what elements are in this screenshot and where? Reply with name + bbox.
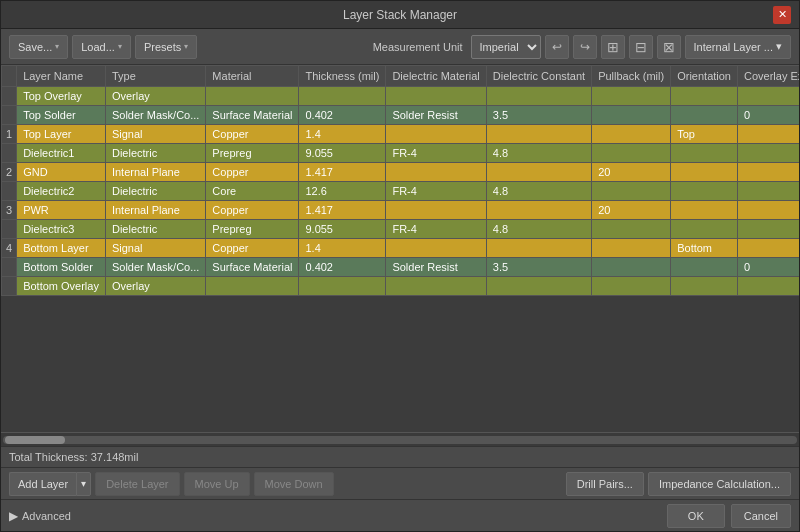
cell-diel_constant: 4.8 [486, 182, 591, 201]
load-button[interactable]: Load... ▾ [72, 35, 131, 59]
cell-thickness: 0.402 [299, 258, 386, 277]
cell-pullback [592, 125, 671, 144]
unit-select[interactable]: Imperial Metric [471, 35, 541, 59]
col-name-header: Layer Name [17, 66, 106, 87]
table-row[interactable]: 1Top LayerSignalCopper1.4Top [2, 125, 800, 144]
cell-diel_constant [486, 87, 591, 106]
dialog-title: Layer Stack Manager [27, 8, 773, 22]
cell-diel_material: FR-4 [386, 182, 486, 201]
cell-coverlay [737, 125, 799, 144]
cell-coverlay [737, 87, 799, 106]
save-button[interactable]: Save... ▾ [9, 35, 68, 59]
cell-material: Copper [206, 163, 299, 182]
row-num [2, 144, 17, 163]
cell-diel_material: Solder Resist [386, 106, 486, 125]
row-num [2, 182, 17, 201]
row-num: 3 [2, 201, 17, 220]
add-layer-button[interactable]: Add Layer [9, 472, 76, 496]
cell-diel_material: Solder Resist [386, 258, 486, 277]
col-diel-material-header: Dielectric Material [386, 66, 486, 87]
cancel-button[interactable]: Cancel [731, 504, 791, 528]
undo-button[interactable]: ↩ [545, 35, 569, 59]
grid1-button[interactable]: ⊞ [601, 35, 625, 59]
cell-thickness: 9.055 [299, 220, 386, 239]
cell-type: Dielectric [105, 220, 205, 239]
cell-type: Solder Mask/Co... [105, 106, 205, 125]
table-row[interactable]: Dielectric2DielectricCore12.6FR-44.8 [2, 182, 800, 201]
move-down-button[interactable]: Move Down [254, 472, 334, 496]
cell-orientation [671, 220, 738, 239]
bottom-toolbar: Add Layer ▾ Delete Layer Move Up Move Do… [1, 467, 799, 499]
table-row[interactable]: Bottom SolderSolder Mask/Co...Surface Ma… [2, 258, 800, 277]
cell-name: Bottom Overlay [17, 277, 106, 296]
cell-material: Core [206, 182, 299, 201]
cell-type: Solder Mask/Co... [105, 258, 205, 277]
grid2-button[interactable]: ⊟ [629, 35, 653, 59]
col-type-header: Type [105, 66, 205, 87]
cell-orientation: Bottom [671, 239, 738, 258]
cell-pullback [592, 182, 671, 201]
move-up-button[interactable]: Move Up [184, 472, 250, 496]
add-layer-dropdown-icon: ▾ [81, 478, 86, 489]
presets-button[interactable]: Presets ▾ [135, 35, 197, 59]
presets-arrow-icon: ▾ [184, 42, 188, 51]
save-arrow-icon: ▾ [55, 42, 59, 51]
add-layer-label: Add Layer [18, 478, 68, 490]
grid3-button[interactable]: ⊠ [657, 35, 681, 59]
internal-layer-arrow-icon: ▾ [776, 40, 782, 53]
impedance-button[interactable]: Impedance Calculation... [648, 472, 791, 496]
cell-coverlay: 0 [737, 106, 799, 125]
cell-material: Copper [206, 201, 299, 220]
cell-orientation: Top [671, 125, 738, 144]
cell-name: Dielectric3 [17, 220, 106, 239]
table-row[interactable]: Bottom OverlayOverlay [2, 277, 800, 296]
cell-coverlay [737, 277, 799, 296]
toolbar: Save... ▾ Load... ▾ Presets ▾ Measuremen… [1, 29, 799, 65]
table-row[interactable]: 4Bottom LayerSignalCopper1.4Bottom [2, 239, 800, 258]
horizontal-scrollbar[interactable] [1, 432, 799, 446]
move-down-label: Move Down [265, 478, 323, 490]
col-diel-constant-header: Dielectric Constant [486, 66, 591, 87]
cell-material: Surface Material [206, 258, 299, 277]
add-layer-dropdown-button[interactable]: ▾ [76, 472, 91, 496]
cell-coverlay [737, 220, 799, 239]
delete-layer-button[interactable]: Delete Layer [95, 472, 179, 496]
cell-orientation [671, 182, 738, 201]
cell-pullback [592, 277, 671, 296]
cell-diel_material [386, 277, 486, 296]
total-thickness-label: Total Thickness: 37.148mil [9, 451, 138, 463]
table-row[interactable]: Dielectric1DielectricPrepreg9.055FR-44.8 [2, 144, 800, 163]
table-row[interactable]: 2GNDInternal PlaneCopper1.41720 [2, 163, 800, 182]
delete-layer-label: Delete Layer [106, 478, 168, 490]
table-row[interactable]: Top SolderSolder Mask/Co...Surface Mater… [2, 106, 800, 125]
ok-button[interactable]: OK [667, 504, 725, 528]
cell-thickness [299, 87, 386, 106]
cell-diel_material [386, 201, 486, 220]
cell-name: Top Solder [17, 106, 106, 125]
cell-pullback [592, 106, 671, 125]
col-num-header [2, 66, 17, 87]
col-material-header: Material [206, 66, 299, 87]
close-button[interactable]: ✕ [773, 6, 791, 24]
add-layer-group: Add Layer ▾ [9, 472, 91, 496]
cell-pullback: 20 [592, 163, 671, 182]
table-row[interactable]: Dielectric3DielectricPrepreg9.055FR-44.8 [2, 220, 800, 239]
redo-button[interactable]: ↪ [573, 35, 597, 59]
internal-layer-button[interactable]: Internal Layer ... ▾ [685, 35, 792, 59]
table-row[interactable]: 3PWRInternal PlaneCopper1.41720 [2, 201, 800, 220]
scrollbar-thumb[interactable] [5, 436, 65, 444]
advanced-section[interactable]: ▶ Advanced [9, 509, 71, 523]
cell-orientation [671, 258, 738, 277]
cell-name: Top Layer [17, 125, 106, 144]
cell-name: Dielectric1 [17, 144, 106, 163]
cell-thickness: 12.6 [299, 182, 386, 201]
cell-diel_material [386, 87, 486, 106]
cell-diel_material [386, 163, 486, 182]
cell-pullback [592, 220, 671, 239]
table-row[interactable]: Top OverlayOverlay [2, 87, 800, 106]
drill-pairs-button[interactable]: Drill Pairs... [566, 472, 644, 496]
cell-name: Bottom Layer [17, 239, 106, 258]
cell-pullback: 20 [592, 201, 671, 220]
cell-pullback [592, 239, 671, 258]
cell-material [206, 277, 299, 296]
